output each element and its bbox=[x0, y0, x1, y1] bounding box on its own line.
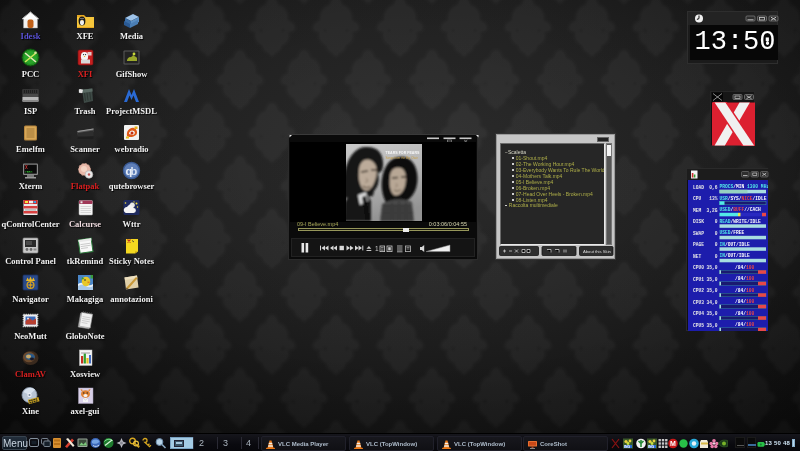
svg-text:CPU3: CPU3 bbox=[693, 300, 704, 305]
svg-text:35,0: 35,0 bbox=[706, 265, 717, 270]
svg-text:/84/100: /84/100 bbox=[735, 276, 755, 281]
svg-text:/84/100: /84/100 bbox=[735, 265, 755, 270]
svg-text:3,2G: 3,2G bbox=[706, 208, 717, 213]
svg-text:0: 0 bbox=[715, 231, 718, 236]
svg-text:CPU1: CPU1 bbox=[693, 277, 704, 282]
svg-text:IN/OUT/IDLE: IN/OUT/IDLE bbox=[720, 253, 751, 258]
svg-text:35,0: 35,0 bbox=[706, 288, 717, 293]
svg-text:IN/OUT/IDLE: IN/OUT/IDLE bbox=[720, 242, 751, 247]
svg-text:DISK: DISK bbox=[693, 219, 704, 224]
svg-text:0,6: 0,6 bbox=[709, 185, 718, 190]
svg-text:X: X bbox=[25, 165, 28, 170]
svg-text:CPU: CPU bbox=[693, 196, 702, 201]
svg-text:35,0: 35,0 bbox=[706, 311, 717, 316]
svg-text:USED/FREE: USED/FREE bbox=[720, 230, 745, 235]
svg-text:PROCS/MIN 1300 MHz: PROCS/MIN 1300 MHz bbox=[720, 184, 769, 189]
svg-text:b: b bbox=[131, 164, 138, 176]
svg-text:0: 0 bbox=[715, 219, 718, 224]
svg-text:M: M bbox=[670, 440, 676, 447]
svg-text:/84/100: /84/100 bbox=[735, 299, 755, 304]
svg-text:/84/100: /84/100 bbox=[735, 322, 755, 327]
svg-text:35,0: 35,0 bbox=[706, 323, 717, 328]
svg-text:CPU5: CPU5 bbox=[693, 323, 704, 328]
svg-text:ING: ING bbox=[648, 444, 655, 448]
svg-text:Songs from the Big Chair: Songs from the Big Chair bbox=[386, 156, 418, 160]
svg-text:READ/WRITE/IDLE: READ/WRITE/IDLE bbox=[720, 219, 762, 224]
svg-text:About this Skin: About this Skin bbox=[583, 249, 612, 254]
svg-text:PAGE: PAGE bbox=[693, 242, 704, 247]
svg-text:CPU4: CPU4 bbox=[693, 311, 704, 316]
svg-text:35,0: 35,0 bbox=[706, 277, 717, 282]
svg-text:13%: 13% bbox=[709, 196, 718, 201]
svg-text:/84/100: /84/100 bbox=[735, 311, 755, 316]
svg-text:/84/100: /84/100 bbox=[735, 288, 755, 293]
svg-text:0: 0 bbox=[715, 242, 718, 247]
svg-text:MEM: MEM bbox=[693, 208, 702, 213]
svg-text:CPU0: CPU0 bbox=[693, 265, 704, 270]
svg-text:34,0: 34,0 bbox=[706, 300, 717, 305]
svg-text:LOAD: LOAD bbox=[693, 185, 704, 190]
svg-text:0: 0 bbox=[715, 254, 718, 259]
svg-text:SWAP: SWAP bbox=[693, 231, 704, 236]
svg-text:USR/SYS/NICE/IDLE: USR/SYS/NICE/IDLE bbox=[720, 196, 767, 201]
svg-text:USED/BUFF//CACH: USED/BUFF//CACH bbox=[720, 207, 762, 212]
svg-text:TERM: TERM bbox=[25, 170, 32, 173]
svg-text:CPU2: CPU2 bbox=[693, 288, 704, 293]
svg-text:NET: NET bbox=[693, 254, 702, 259]
svg-text:TEARS FOR FEARS: TEARS FOR FEARS bbox=[386, 151, 421, 155]
svg-text:ING: ING bbox=[624, 444, 631, 448]
svg-text:1: 1 bbox=[375, 245, 379, 252]
